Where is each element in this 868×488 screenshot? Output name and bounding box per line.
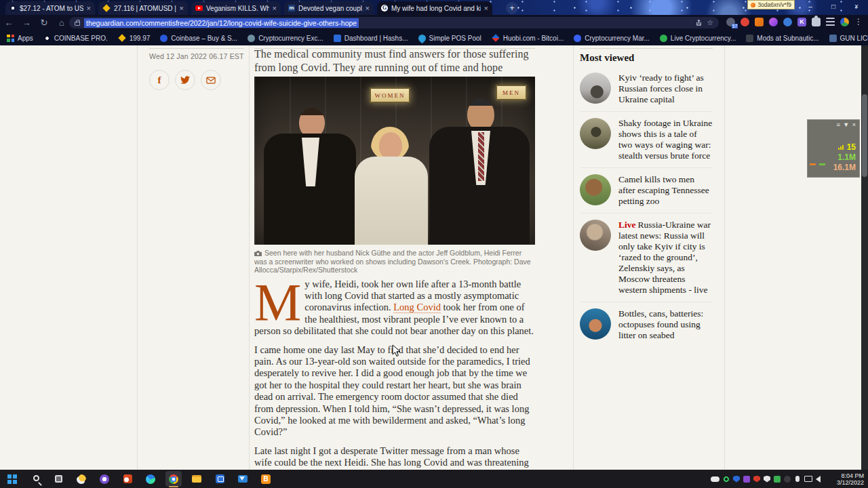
bookmark-subnautica[interactable]: Mods at Subnautic...: [746, 35, 818, 42]
url-text-selected[interactable]: theguardian.com/commentisfree/2022/jan/1…: [84, 18, 359, 28]
chrome-button-active[interactable]: [165, 471, 182, 487]
guardian-favicon: G: [381, 5, 388, 12]
bookmark-label: Apps: [18, 35, 33, 42]
home-icon[interactable]: ⌂: [53, 15, 71, 30]
bookmark-coinmarketcap[interactable]: Cryptocurrency Mar...: [574, 35, 650, 42]
bookmark-star-icon[interactable]: ☆: [707, 18, 713, 27]
reading-list-icon[interactable]: [826, 18, 835, 26]
search-button[interactable]: [27, 471, 43, 487]
orange-dash-icon: [810, 163, 816, 165]
tab-close-icon[interactable]: ×: [273, 5, 277, 12]
tray-purple-icon[interactable]: [743, 476, 750, 483]
exchange-icon: [248, 35, 255, 42]
weather-widget-button[interactable]: [73, 471, 90, 487]
share-email-button[interactable]: [201, 70, 221, 90]
bookmark-huobi[interactable]: Huobi.com - Bitcoi...: [492, 35, 564, 42]
office-button[interactable]: [119, 471, 136, 487]
minimize-button[interactable]: –: [799, 0, 822, 15]
address-bar[interactable]: theguardian.com/commentisfree/2022/jan/1…: [69, 17, 719, 28]
purple-app-button[interactable]: [96, 471, 113, 487]
edge-button[interactable]: [142, 471, 159, 487]
taskbar-clock[interactable]: 8:04 PM 3/12/2022: [837, 472, 864, 486]
article-photo: WOMEN MEN: [254, 77, 535, 245]
bookmark-live-crypto[interactable]: Live Cryptocurrency...: [660, 35, 736, 42]
forward-icon[interactable]: →: [18, 15, 35, 30]
most-viewed-item-kyiv[interactable]: Kyiv ‘ready to fight’ as Russian forces …: [580, 66, 713, 111]
most-viewed-item-octopus[interactable]: Bottles, cans, batteries: octopuses foun…: [580, 302, 713, 347]
metamask-extension-icon[interactable]: [755, 18, 764, 26]
blue-extension-icon[interactable]: [783, 18, 792, 26]
tray-green-icon[interactable]: [774, 476, 781, 483]
bookmark-crypto-exchange[interactable]: Cryptocurrency Exc...: [248, 35, 323, 42]
share-icon[interactable]: [695, 19, 703, 26]
tab-close-icon[interactable]: ×: [366, 5, 370, 12]
antivirus-icon[interactable]: [753, 476, 760, 483]
tab-vegan-couple[interactable]: m Devoted vegan couple, 74 and 7 ×: [284, 1, 374, 15]
bookmark-pos-pool[interactable]: Simple POS Pool: [418, 35, 481, 42]
widget-collapse-icon[interactable]: ▼: [843, 121, 850, 128]
share-facebook-button[interactable]: f: [149, 70, 170, 90]
subnautica-icon: [746, 35, 753, 42]
widget-menu-icon[interactable]: ≡: [837, 121, 841, 128]
microphone-icon[interactable]: [795, 476, 800, 482]
headline: Camel kills two men after escaping Tenne…: [618, 174, 713, 207]
tab-youtube-veganism[interactable]: Veganism KILLS. Why Vegans do ×: [191, 1, 281, 15]
profile-avatar[interactable]: [840, 18, 849, 26]
tray-app-icon[interactable]: [784, 476, 791, 483]
scrollbar-thumb[interactable]: [862, 94, 867, 177]
onedrive-icon[interactable]: [711, 476, 719, 482]
volume-icon[interactable]: [816, 476, 821, 483]
security-shield-icon[interactable]: [733, 476, 740, 483]
droplet-icon: [416, 33, 427, 43]
tooltip-text: 3oda6xn/v*f9: [757, 1, 791, 8]
browser-menu-icon[interactable]: ⋮: [854, 17, 863, 26]
maximize-button[interactable]: □: [822, 0, 845, 15]
tab-title: Devoted vegan couple, 74 and 7: [298, 5, 362, 12]
bookmark-hashshiny[interactable]: Dashboard | Hashs...: [334, 35, 408, 42]
reload-icon[interactable]: ↻: [35, 15, 53, 30]
start-button[interactable]: [4, 471, 20, 487]
bitcoin-app-button[interactable]: B: [258, 471, 274, 487]
tab-title: $27.12 - ATOM to USD Coinbase: [20, 5, 83, 12]
file-explorer-button[interactable]: [189, 471, 205, 487]
bookmark-apps[interactable]: Apps: [7, 35, 33, 42]
network-display-icon[interactable]: [804, 476, 812, 482]
tab-guardian-active[interactable]: G My wife had long Covid and kille ×: [377, 1, 492, 15]
bookmark-coinbase[interactable]: Coinbase – Buy & S...: [160, 35, 237, 42]
long-covid-link[interactable]: Long Covid: [393, 302, 441, 313]
page-scrollbar[interactable]: [861, 45, 868, 470]
mail-button[interactable]: [235, 471, 251, 487]
red-extension-icon[interactable]: [741, 18, 749, 26]
most-viewed-item-live-blog[interactable]: LiveRussia-Ukraine war latest news: Russ…: [580, 213, 713, 302]
new-tab-button[interactable]: +: [506, 2, 518, 14]
most-viewed-title: Most viewed: [580, 52, 713, 64]
widget-close-icon[interactable]: ×: [852, 121, 856, 128]
back-icon[interactable]: ←: [0, 15, 18, 30]
tab-close-icon[interactable]: ×: [484, 5, 488, 12]
clock-time: 8:04 PM: [837, 472, 864, 479]
share-twitter-button[interactable]: [175, 70, 195, 90]
task-view-button[interactable]: [50, 471, 66, 487]
store-icon: [216, 474, 224, 483]
tray-shield-icon[interactable]: [764, 476, 770, 483]
tab-binance-atomusd[interactable]: 27.116 | ATOMUSD | Binance Spo ×: [98, 1, 188, 15]
most-viewed-item-shaky-footage[interactable]: Shaky footage in Ukraine shows this is a…: [580, 111, 713, 167]
tray-app-icon[interactable]: [723, 476, 730, 483]
bookmark-coinbase-pro[interactable]: COINBASE PRO.: [43, 35, 108, 42]
store-button[interactable]: [212, 471, 228, 487]
tab-close-icon[interactable]: ×: [87, 5, 91, 12]
feather-extension-icon[interactable]: [769, 18, 778, 26]
bookmark-binance[interactable]: 199.97: [118, 35, 151, 42]
most-viewed-item-camel[interactable]: Camel kills two men after escaping Tenne…: [580, 167, 713, 213]
widget-controls: ≡ ▼ ×: [808, 120, 859, 128]
adblocker-extension-icon[interactable]: 57: [726, 18, 735, 26]
tab-close-icon[interactable]: ×: [180, 5, 184, 12]
stat-value: 1.1M: [837, 152, 856, 162]
close-button[interactable]: ×: [845, 0, 868, 15]
extensions-puzzle-icon[interactable]: [812, 18, 821, 26]
browser-titlebar: $27.12 - ATOM to USD Coinbase × 27.116 |…: [0, 0, 868, 15]
kite-extension-icon[interactable]: K: [797, 18, 806, 26]
tab-coinbase-atom[interactable]: $27.12 - ATOM to USD Coinbase ×: [5, 1, 95, 15]
bookmark-gun-license[interactable]: GUN LICENSE: [829, 35, 868, 42]
lock-icon: [75, 22, 80, 26]
